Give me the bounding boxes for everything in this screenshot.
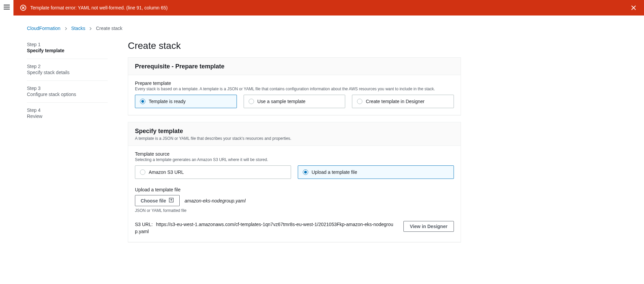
tile-upload-file[interactable]: Upload a template file xyxy=(298,165,454,179)
tile-label: Amazon S3 URL xyxy=(149,169,184,175)
field-label-source: Template source xyxy=(135,151,454,157)
choose-file-label: Choose file xyxy=(141,198,166,203)
radio-icon xyxy=(357,99,362,104)
error-icon xyxy=(20,5,26,11)
panel-subdesc: A template is a JSON or YAML file that d… xyxy=(135,136,454,141)
wizard-step-4: Step 4 Review xyxy=(27,102,108,124)
tile-sample-template[interactable]: Use a sample template xyxy=(244,95,346,108)
s3-url-value: https://s3-eu-west-1.amazonaws.com/cf-te… xyxy=(135,222,393,234)
tile-label: Use a sample template xyxy=(257,99,306,104)
wizard-step-title: Specify stack details xyxy=(27,70,108,75)
radio-icon xyxy=(140,169,145,175)
global-sidebar xyxy=(0,0,13,284)
chevron-right-icon xyxy=(65,26,69,31)
field-desc-prepare: Every stack is based on a template. A te… xyxy=(135,87,454,91)
field-desc-source: Selecting a template generates an Amazon… xyxy=(135,157,454,162)
panel-heading: Prerequisite - Prepare template xyxy=(135,63,454,70)
tile-s3-url[interactable]: Amazon S3 URL xyxy=(135,165,291,179)
wizard-step-num: Step 1 xyxy=(27,42,108,47)
breadcrumb-link-stacks[interactable]: Stacks xyxy=(71,26,85,31)
view-in-designer-button[interactable]: View in Designer xyxy=(403,221,454,232)
wizard-step-num: Step 2 xyxy=(27,64,108,69)
wizard-nav: Step 1 Specify template Step 2 Specify s… xyxy=(27,40,108,249)
tile-label: Create template in Designer xyxy=(366,99,424,104)
uploaded-filename: amazon-eks-nodegroup.yaml xyxy=(184,198,245,203)
tile-label: Upload a template file xyxy=(312,169,357,175)
error-message: Template format error: YAML not well-for… xyxy=(30,4,630,11)
s3-url-display: S3 URL: https://s3-eu-west-1.amazonaws.c… xyxy=(135,221,397,235)
radio-icon xyxy=(249,99,254,104)
wizard-step-num: Step 3 xyxy=(27,86,108,91)
error-banner: Template format error: YAML not well-for… xyxy=(13,0,644,15)
page-title: Create stack xyxy=(128,40,461,51)
tile-create-designer[interactable]: Create template in Designer xyxy=(352,95,454,108)
hamburger-menu-icon[interactable] xyxy=(4,5,10,9)
panel-specify-template: Specify template A template is a JSON or… xyxy=(128,122,461,242)
choose-file-button[interactable]: Choose file xyxy=(135,195,180,206)
panel-heading: Specify template xyxy=(135,128,454,135)
panel-prerequisite: Prerequisite - Prepare template Prepare … xyxy=(128,57,461,115)
wizard-step-2: Step 2 Specify stack details xyxy=(27,59,108,81)
field-label-upload: Upload a template file xyxy=(135,187,454,192)
wizard-step-title: Review xyxy=(27,114,108,119)
tile-label: Template is ready xyxy=(149,99,186,104)
field-label-prepare: Prepare template xyxy=(135,81,454,86)
s3-label: S3 URL: xyxy=(135,222,153,227)
upload-hint: JSON or YAML formatted file xyxy=(135,208,454,213)
breadcrumb-link-cloudformation[interactable]: CloudFormation xyxy=(27,26,61,31)
wizard-step-3: Step 3 Configure stack options xyxy=(27,81,108,102)
radio-icon xyxy=(303,169,308,175)
wizard-step-1[interactable]: Step 1 Specify template xyxy=(27,42,108,59)
chevron-right-icon xyxy=(89,26,93,31)
tile-template-ready[interactable]: Template is ready xyxy=(135,95,237,108)
wizard-step-num: Step 4 xyxy=(27,107,108,113)
upload-icon xyxy=(169,197,174,204)
close-icon[interactable] xyxy=(630,4,637,11)
wizard-step-title: Configure stack options xyxy=(27,92,108,97)
breadcrumb-current: Create stack xyxy=(96,26,122,31)
wizard-step-title: Specify template xyxy=(27,48,108,53)
radio-icon xyxy=(140,99,145,104)
breadcrumb: CloudFormation Stacks Create stack xyxy=(13,26,518,40)
